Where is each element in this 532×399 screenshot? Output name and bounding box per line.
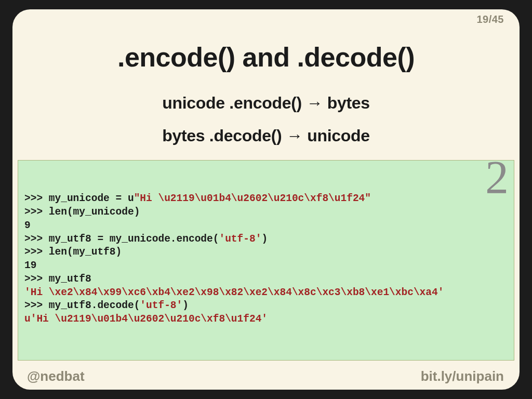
page-counter: 19/45 — [476, 14, 504, 25]
page-current: 19 — [476, 14, 488, 25]
code-line: >>> len(my_utf8) — [24, 246, 508, 259]
subtitle-encode: unicode .encode() → bytes — [12, 94, 520, 113]
page-total: 45 — [492, 14, 504, 25]
code-line: >>> my_utf8 — [24, 273, 508, 286]
code-line: >>> len(my_unicode) — [24, 206, 508, 219]
code-line: 19 — [24, 259, 508, 273]
stage: 19/45 .encode() and .decode() unicode .e… — [0, 0, 532, 399]
subtitle-decode: bytes .decode() → unicode — [12, 126, 520, 145]
code-line: 'Hi \xe2\x84\x99\xc6\xb4\xe2\x98\x82\xe2… — [24, 286, 508, 300]
slide: 19/45 .encode() and .decode() unicode .e… — [12, 9, 520, 390]
code-line: >>> my_utf8.decode('utf-8') — [24, 299, 508, 313]
code-line: u'Hi \u2119\u01b4\u2602\u210c\xf8\u1f24' — [24, 313, 508, 326]
code-block: 2>>> my_unicode = u"Hi \u2119\u01b4\u260… — [18, 160, 514, 361]
slide-title: .encode() and .decode() — [12, 42, 520, 73]
code-line: 9 — [24, 219, 508, 233]
code-line: >>> my_unicode = u"Hi \u2119\u01b4\u2602… — [24, 192, 508, 206]
footer-url: bit.ly/unipain — [421, 368, 504, 384]
footer-handle: @nedbat — [27, 368, 85, 384]
code-line: >>> my_utf8 = my_unicode.encode('utf-8') — [24, 233, 508, 246]
